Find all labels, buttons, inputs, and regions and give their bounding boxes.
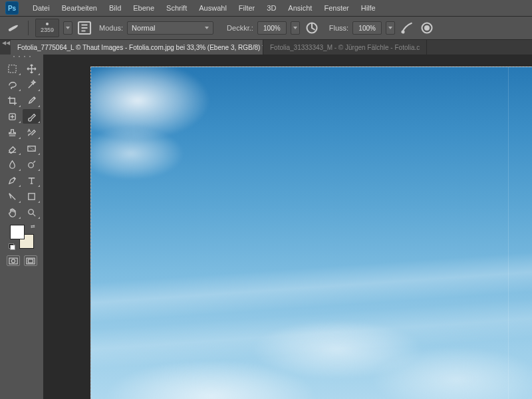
tool-type[interactable] — [23, 173, 41, 188]
document-tab-bar: ◀◀ Fotolia_7775064_L © Thaut Images - Fo… — [0, 40, 532, 55]
canvas-area[interactable] — [44, 55, 532, 399]
airbrush-toggle[interactable] — [399, 20, 415, 36]
menu-bearbeiten[interactable]: Bearbeiten — [56, 0, 103, 17]
workspace: ⇄ — [0, 55, 532, 399]
tool-move[interactable] — [23, 61, 41, 76]
tab-label: Fotolia_31333343_M - © Jürgen Fälchle - … — [270, 44, 420, 51]
svg-rect-9 — [28, 193, 34, 199]
tool-eraser[interactable] — [3, 141, 21, 156]
menu-filter[interactable]: Filter — [233, 0, 261, 17]
tool-eyedrop[interactable] — [23, 93, 41, 108]
tool-marquee[interactable] — [3, 61, 21, 76]
tool-hand[interactable] — [3, 205, 21, 219]
tool-preset-picker[interactable] — [5, 20, 21, 36]
tab-label: Fotolia_7775064_L © Thaut Images - Fotol… — [17, 44, 263, 51]
menu-bar: Ps DateiBearbeitenBildEbeneSchriftAuswah… — [0, 0, 532, 17]
document-tab[interactable]: Fotolia_7775064_L © Thaut Images - Fotol… — [11, 40, 263, 55]
opacity-input[interactable]: 100% — [257, 21, 287, 35]
color-swatches[interactable]: ⇄ — [10, 225, 34, 249]
pressure-size-toggle[interactable] — [419, 20, 435, 36]
svg-point-4 — [425, 26, 429, 30]
brush-panel-toggle[interactable] — [76, 20, 92, 36]
flow-label: Fluss: — [329, 24, 348, 32]
flow-input[interactable]: 100% — [352, 21, 382, 35]
svg-point-12 — [11, 259, 15, 262]
svg-point-10 — [28, 209, 33, 214]
tool-lasso[interactable] — [3, 77, 21, 92]
menu-datei[interactable]: Datei — [27, 0, 56, 17]
menu-schrift[interactable]: Schrift — [160, 0, 193, 17]
tool-heal[interactable] — [3, 109, 21, 124]
flow-dropdown[interactable] — [386, 21, 395, 35]
menu-ansicht[interactable]: Ansicht — [282, 0, 318, 17]
tool-zoom[interactable] — [23, 205, 41, 219]
blend-mode-value: Normal — [132, 24, 155, 32]
tool-pen[interactable] — [3, 173, 21, 188]
tool-dodge[interactable] — [23, 157, 41, 172]
opacity-label: Deckkr.: — [227, 24, 253, 32]
menu-ebene[interactable]: Ebene — [127, 0, 160, 17]
collapse-icon[interactable]: ◀◀ — [1, 40, 11, 46]
menu-3d[interactable]: 3D — [261, 0, 282, 17]
opacity-dropdown[interactable] — [291, 21, 300, 35]
svg-point-2 — [402, 31, 404, 33]
document-canvas[interactable] — [90, 66, 532, 399]
mode-label: Modus: — [99, 24, 123, 32]
screenmode-toggle[interactable] — [24, 255, 37, 266]
menu-auswahl[interactable]: Auswahl — [193, 0, 233, 17]
tool-history[interactable] — [23, 125, 41, 140]
pressure-opacity-toggle[interactable] — [304, 20, 320, 36]
tool-crop[interactable] — [3, 93, 21, 108]
options-bar: 2359 Modus: Normal Deckkr.: 100% Fluss: … — [0, 17, 532, 40]
app-logo: Ps — [5, 1, 19, 15]
quickmask-toggle[interactable] — [7, 255, 20, 266]
foreground-color[interactable] — [10, 225, 25, 239]
toolbox: ⇄ — [0, 55, 44, 399]
tool-path[interactable] — [3, 189, 21, 203]
toolbox-grip[interactable] — [9, 56, 35, 60]
svg-rect-5 — [8, 65, 15, 72]
menu-bild[interactable]: Bild — [103, 0, 127, 17]
document-tab[interactable]: Fotolia_31333343_M - © Jürgen Fälchle - … — [263, 40, 427, 55]
tool-gradient[interactable] — [23, 141, 41, 156]
tool-blur[interactable] — [3, 157, 21, 172]
tool-shape[interactable] — [23, 189, 41, 203]
blend-mode-dropdown[interactable]: Normal — [127, 21, 213, 35]
tool-stamp[interactable] — [3, 125, 21, 140]
menu-fenster[interactable]: Fenster — [318, 0, 354, 17]
default-colors-icon[interactable] — [9, 243, 15, 250]
tool-wand[interactable] — [23, 77, 41, 92]
menu-hilfe[interactable]: Hilfe — [355, 0, 382, 17]
brush-preset-picker[interactable]: 2359 — [35, 19, 59, 37]
svg-point-8 — [28, 162, 33, 168]
swap-colors-icon[interactable]: ⇄ — [31, 223, 35, 229]
svg-rect-14 — [28, 259, 33, 262]
tool-brush[interactable] — [23, 109, 41, 124]
brush-preset-dropdown[interactable] — [63, 21, 72, 35]
